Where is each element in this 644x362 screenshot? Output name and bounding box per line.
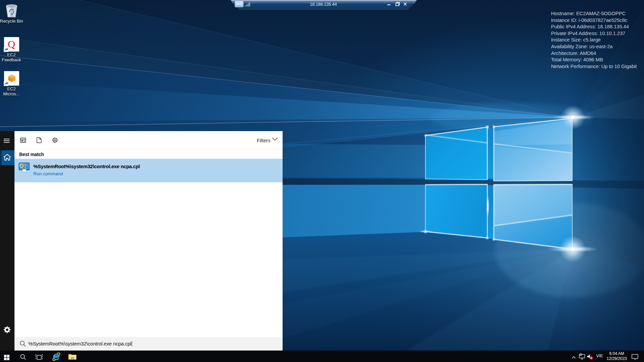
- svg-text:18.188.135.44: 18.188.135.44: [310, 2, 337, 7]
